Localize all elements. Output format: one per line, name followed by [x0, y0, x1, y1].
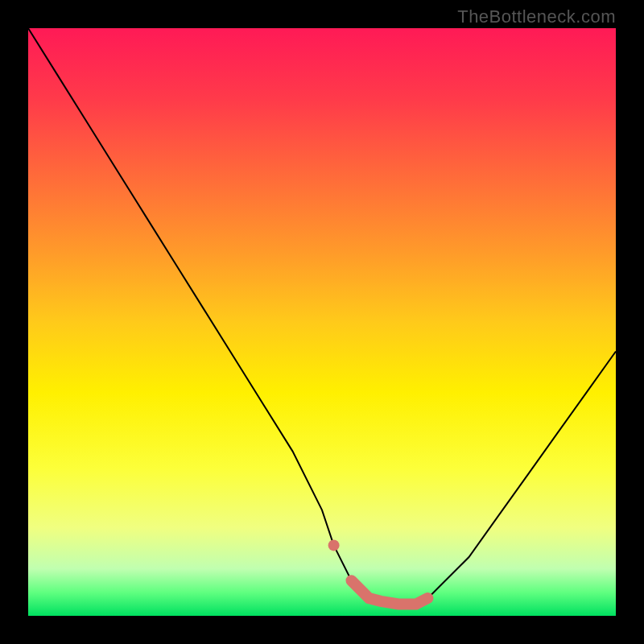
chart-svg	[28, 28, 616, 616]
optimal-range-highlight	[352, 580, 428, 604]
chart-container: TheBottleneck.com	[0, 0, 644, 644]
curve-marker-dot	[328, 539, 340, 551]
watermark-text: TheBottleneck.com	[457, 6, 616, 27]
bottleneck-curve-line	[28, 28, 616, 604]
